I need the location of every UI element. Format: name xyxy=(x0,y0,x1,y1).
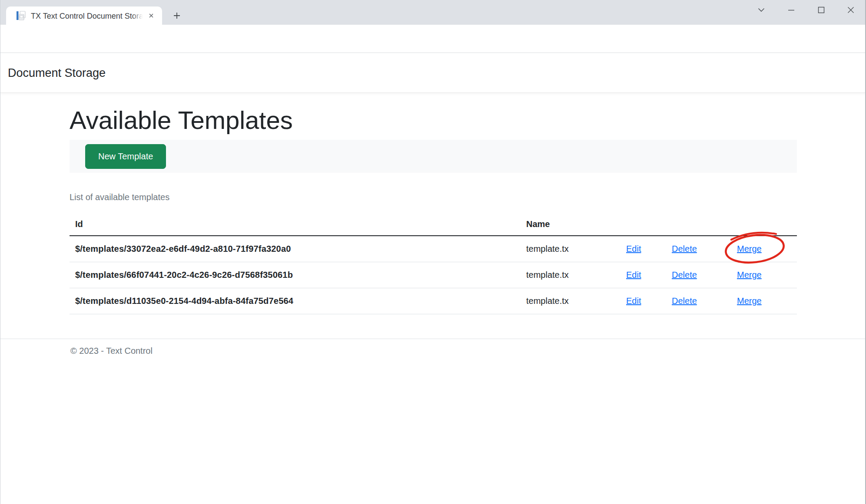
table-caption: List of available templates xyxy=(70,192,169,202)
edit-link[interactable]: Edit xyxy=(626,270,641,280)
page-footer: © 2023 - Text Control xyxy=(0,339,865,356)
action-cell: Merge xyxy=(731,262,797,288)
tab-title: TX Text Control Document Stora xyxy=(31,11,145,21)
action-cell: Merge xyxy=(731,236,797,262)
action-cell: Edit xyxy=(620,288,666,314)
browser-window: TX Text Control Document Stora xyxy=(0,0,866,504)
delete-link[interactable]: Delete xyxy=(672,244,697,254)
merge-link[interactable]: Merge xyxy=(737,244,762,254)
merge-link[interactable]: Merge xyxy=(737,296,762,306)
action-cell: Edit xyxy=(620,262,666,288)
site-navbar: Document Storage xyxy=(0,53,865,93)
page-title: Available Templates xyxy=(70,105,293,136)
new-template-button[interactable]: New Template xyxy=(85,144,166,169)
edit-link[interactable]: Edit xyxy=(626,296,641,306)
action-cell: Edit xyxy=(620,236,666,262)
copyright-text: © 2023 - Text Control xyxy=(70,346,865,356)
tab-close-icon[interactable] xyxy=(147,12,155,20)
browser-tab[interactable]: TX Text Control Document Stora xyxy=(6,7,162,25)
merge-link[interactable]: Merge xyxy=(737,270,762,280)
edit-link[interactable]: Edit xyxy=(626,244,641,254)
navbar-brand[interactable]: Document Storage xyxy=(8,66,106,79)
delete-link[interactable]: Delete xyxy=(672,296,697,306)
action-cell: Merge xyxy=(731,288,797,314)
template-name: template.tx xyxy=(521,236,620,262)
action-cell: Delete xyxy=(666,236,731,262)
actions-panel: New Template xyxy=(70,140,797,173)
minimize-icon[interactable] xyxy=(781,3,802,17)
action-cell: Delete xyxy=(666,288,731,314)
template-name: template.tx xyxy=(521,288,620,314)
template-id: $/templates/d11035e0-2154-4d94-abfa-84fa… xyxy=(70,288,521,314)
tx-text-control-favicon-icon xyxy=(17,11,26,20)
browser-toolbar: localhost:7158 B xyxy=(0,25,865,53)
templates-table: Id Name $/templates/33072ea2-e6df-49d2-a… xyxy=(70,213,797,314)
column-header-spacer xyxy=(731,213,797,236)
action-cell: Delete xyxy=(666,262,731,288)
template-id: $/templates/33072ea2-e6df-49d2-a810-71f9… xyxy=(70,236,521,262)
column-header-spacer xyxy=(620,213,666,236)
delete-link[interactable]: Delete xyxy=(672,270,697,280)
column-header-id: Id xyxy=(70,213,521,236)
tab-search-chevron-icon[interactable] xyxy=(751,3,772,17)
tab-strip: TX Text Control Document Stora xyxy=(0,0,865,25)
column-header-name: Name xyxy=(521,213,620,236)
maximize-icon[interactable] xyxy=(811,3,832,17)
new-tab-icon[interactable] xyxy=(171,10,182,21)
template-id: $/templates/66f07441-20c2-4c26-9c26-d756… xyxy=(70,262,521,288)
close-icon[interactable] xyxy=(840,3,861,17)
template-name: template.tx xyxy=(521,262,620,288)
column-header-spacer xyxy=(666,213,731,236)
